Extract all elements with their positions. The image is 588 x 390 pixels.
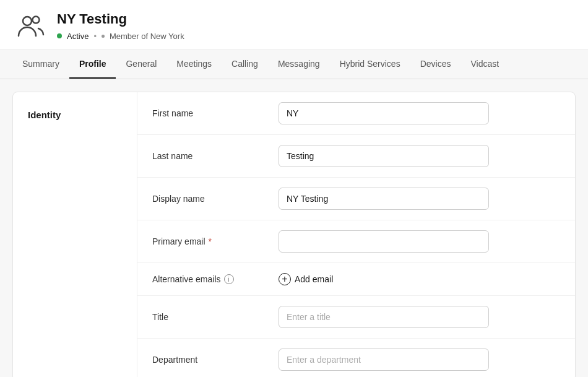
field-label-primary-email: Primary email* xyxy=(152,236,264,246)
section-label: Identity xyxy=(13,92,137,137)
main-content: Identity First nameLast nameDisplay name… xyxy=(0,79,588,377)
field-label-text-title: Title xyxy=(152,312,168,322)
member-dot xyxy=(102,35,105,38)
input-department[interactable] xyxy=(279,349,489,371)
info-icon[interactable]: i xyxy=(224,274,234,284)
header-info: NY Testing Active • Member of New York xyxy=(57,11,573,40)
meta-separator: • xyxy=(93,32,97,41)
field-label-last-name: Last name xyxy=(152,151,264,161)
field-label-text-alternative-emails: Alternative emails xyxy=(152,274,221,284)
required-star: * xyxy=(209,236,212,246)
tab-messaging[interactable]: Messaging xyxy=(268,50,330,79)
input-primary-email[interactable] xyxy=(279,230,489,253)
tab-hybrid-services[interactable]: Hybrid Services xyxy=(330,50,410,79)
field-label-first-name: First name xyxy=(152,108,264,118)
field-row-display-name: Display name xyxy=(137,178,575,220)
tab-vidcast[interactable]: Vidcast xyxy=(460,50,509,79)
fields-area: First nameLast nameDisplay namePrimary e… xyxy=(137,92,575,377)
identity-card: Identity First nameLast nameDisplay name… xyxy=(12,92,576,377)
add-email-icon: + xyxy=(279,273,291,285)
field-row-title: Title xyxy=(137,296,575,339)
field-row-primary-email: Primary email* xyxy=(137,220,575,263)
field-row-first-name: First name xyxy=(137,92,575,135)
field-row-last-name: Last name xyxy=(137,135,575,178)
field-label-display-name: Display name xyxy=(152,194,264,204)
input-first-name[interactable] xyxy=(279,102,489,124)
field-label-text-department: Department xyxy=(152,355,197,365)
svg-point-0 xyxy=(23,17,32,25)
field-row-alternative-emails: Alternative emailsi+Add email xyxy=(137,263,575,296)
field-label-text-last-name: Last name xyxy=(152,151,192,161)
tabs-bar: SummaryProfileGeneralMeetingsCallingMess… xyxy=(0,50,588,79)
field-row-department: Department xyxy=(137,339,575,377)
page-title: NY Testing xyxy=(57,11,573,27)
tab-devices[interactable]: Devices xyxy=(410,50,461,79)
user-group-icon xyxy=(15,10,47,42)
field-label-text-first-name: First name xyxy=(152,108,193,118)
input-title[interactable] xyxy=(279,306,489,328)
svg-point-1 xyxy=(33,17,40,24)
header-meta: Active • Member of New York xyxy=(57,32,573,41)
status-dot xyxy=(57,33,62,38)
field-label-text-primary-email: Primary email xyxy=(152,236,205,246)
identity-section: Identity First nameLast nameDisplay name… xyxy=(13,92,575,377)
page-header: NY Testing Active • Member of New York xyxy=(0,0,588,50)
field-label-department: Department xyxy=(152,355,264,365)
add-email-label: Add email xyxy=(295,274,333,284)
tab-general[interactable]: General xyxy=(116,50,166,79)
field-label-text-display-name: Display name xyxy=(152,194,205,204)
add-email-button[interactable]: +Add email xyxy=(279,273,333,285)
tab-meetings[interactable]: Meetings xyxy=(166,50,222,79)
field-label-alternative-emails: Alternative emailsi xyxy=(152,274,264,284)
member-text: Member of New York xyxy=(110,32,184,41)
status-text: Active xyxy=(67,32,89,41)
input-last-name[interactable] xyxy=(279,145,489,167)
input-display-name[interactable] xyxy=(279,188,489,210)
field-label-title: Title xyxy=(152,312,264,322)
tab-calling[interactable]: Calling xyxy=(222,50,268,79)
tab-profile[interactable]: Profile xyxy=(69,50,116,79)
tab-summary[interactable]: Summary xyxy=(12,50,69,79)
